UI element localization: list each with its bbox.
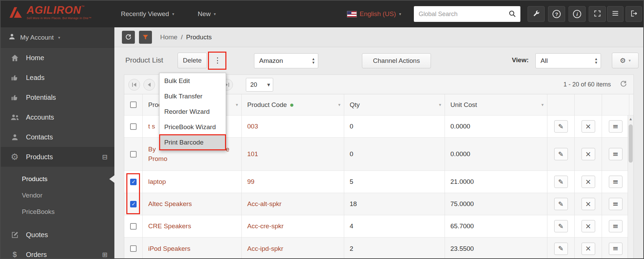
sidebar: My Account ▾ Home Leads Potentials Accou… (1, 27, 114, 258)
table-scrollbar[interactable]: ▲ (628, 115, 633, 259)
product-name-link[interactable]: t s (148, 122, 155, 131)
row-checkbox[interactable] (130, 201, 137, 207)
column-menu-icon[interactable]: ▾ (439, 103, 441, 107)
pencil-icon: ✎ (558, 245, 564, 252)
sidebar-item-home[interactable]: Home (1, 48, 114, 68)
sidebar-item-products[interactable]: ⚙ Products ⊟ (1, 147, 114, 167)
product-code-link[interactable]: Acc-ipd-spkr (247, 244, 283, 254)
edit-row-button[interactable]: ✎ (554, 120, 568, 133)
column-menu-icon[interactable]: ▾ (541, 103, 544, 107)
sidebar-item-accounts[interactable]: Accounts (1, 107, 114, 127)
scroll-up-icon[interactable]: ▲ (628, 115, 633, 122)
prev-page-button[interactable] (143, 79, 155, 91)
row-checkbox[interactable] (130, 151, 137, 158)
channel-select[interactable]: Amazon ▲▼ (254, 53, 318, 68)
logout-button[interactable] (626, 6, 642, 22)
new-dropdown[interactable]: New ▾ (198, 1, 216, 27)
fullscreen-button[interactable] (589, 6, 606, 22)
row-checkbox[interactable] (130, 223, 137, 230)
apps-menu-button[interactable] (607, 6, 624, 22)
my-account-menu[interactable]: My Account ▾ (1, 27, 114, 48)
sidebar-item-contacts[interactable]: Contacts (1, 127, 114, 147)
row-checkbox[interactable] (130, 123, 137, 130)
menu-item-bulk-edit[interactable]: Bulk Edit (159, 73, 226, 88)
delete-button[interactable]: Delete (178, 53, 207, 68)
product-name-link[interactable]: Altec Speakers (148, 199, 192, 209)
column-menu-icon[interactable]: ▾ (338, 103, 340, 107)
product-name-link[interactable]: laptop (148, 177, 166, 187)
edit-row-button[interactable]: ✎ (554, 148, 568, 160)
breadcrumb: Home / Products (160, 33, 212, 41)
row-menu-button[interactable]: ≡ (609, 148, 622, 160)
submenu-item-products[interactable]: Products (1, 171, 114, 187)
select-all-checkbox[interactable] (130, 101, 137, 108)
delete-row-button[interactable]: × (582, 176, 595, 188)
channel-actions-button[interactable]: Channel Actions (362, 53, 431, 68)
view-select[interactable]: All ▲▼ (535, 53, 601, 68)
edit-row-button[interactable]: ✎ (554, 243, 568, 255)
delete-row-button[interactable]: × (582, 243, 595, 255)
qty-value: 5 (350, 178, 353, 186)
filter-button[interactable] (139, 31, 152, 44)
row-checkbox[interactable] (130, 179, 137, 185)
tools-button[interactable] (528, 6, 545, 22)
edit-row-button[interactable]: ✎ (554, 198, 568, 210)
sidebar-item-orders[interactable]: $ Orders ⊞ (1, 245, 114, 259)
menu-item-reorder-wizard[interactable]: Reorder Wizard (159, 104, 226, 119)
column-header-qty[interactable]: Qty ▾ (344, 94, 445, 115)
search-input[interactable] (414, 6, 520, 22)
submenu-item-label: Products (22, 175, 47, 183)
column-header-unit-cost[interactable]: Unit Cost ▾ (445, 94, 547, 115)
row-menu-button[interactable]: ≡ (609, 176, 622, 188)
pager-refresh-button[interactable] (620, 80, 627, 89)
page-size-select[interactable]: 20 ▼ (246, 78, 273, 92)
menu-item-bulk-transfer[interactable]: Bulk Transfer (159, 88, 226, 104)
sidebar-item-leads[interactable]: Leads (1, 68, 114, 87)
user-icon (8, 33, 16, 42)
row-menu-button[interactable]: ≡ (609, 220, 622, 232)
question-icon: ? (552, 10, 561, 18)
expand-section-icon[interactable]: ⊞ (102, 251, 108, 258)
column-menu-icon[interactable]: ▾ (236, 103, 238, 107)
menu-item-pricebook-wizard[interactable]: PriceBook Wizard (159, 119, 226, 135)
product-code-link[interactable]: 101 (247, 149, 258, 159)
delete-row-button[interactable]: × (582, 120, 595, 133)
product-code-link[interactable]: Acc-alt-spkr (247, 199, 281, 209)
collapse-icon[interactable]: ⊟ (102, 154, 108, 160)
submenu-item-pricebooks[interactable]: PriceBooks (1, 204, 114, 220)
language-selector[interactable]: English (US) ▾ (347, 1, 401, 27)
row-menu-button[interactable]: ≡ (609, 243, 622, 255)
breadcrumb-bar: Home / Products (114, 27, 643, 47)
home-icon (10, 54, 20, 62)
delete-row-button[interactable]: × (582, 198, 595, 210)
info-button[interactable]: i (569, 6, 586, 22)
delete-row-button[interactable]: × (582, 148, 595, 160)
menu-item-print-barcode[interactable]: Print Barcode (159, 135, 226, 150)
edit-row-button[interactable]: ✎ (554, 176, 568, 188)
grid-settings-button[interactable]: ⚙ ▾ (612, 53, 639, 68)
row-menu-button[interactable]: ≡ (609, 198, 622, 210)
row-menu-button[interactable]: ≡ (609, 120, 622, 133)
product-name-link[interactable]: CRE Speakers (148, 221, 191, 231)
recently-viewed-dropdown[interactable]: Recently Viewed ▾ (121, 1, 174, 27)
submenu-item-vendor[interactable]: Vendor (1, 187, 114, 204)
sidebar-item-quotes[interactable]: Quotes (1, 225, 114, 245)
product-code-link[interactable]: Acc-cre-spkr (247, 221, 284, 231)
product-code-link[interactable]: 99 (247, 177, 254, 187)
search-icon[interactable] (508, 10, 516, 19)
column-header-product-code[interactable]: Product Code ● ▾ (242, 94, 344, 115)
logo-mark-icon (10, 6, 23, 18)
help-button[interactable]: ? (548, 6, 565, 22)
product-code-link[interactable]: 003 (247, 122, 258, 131)
product-name-link[interactable]: iPod Speakers (148, 244, 191, 254)
refresh-button[interactable] (122, 31, 135, 44)
more-actions-button[interactable]: ⋮ (211, 53, 224, 68)
scrollbar-thumb[interactable] (629, 124, 633, 163)
sidebar-item-potentials[interactable]: Potentials (1, 87, 114, 107)
submenu-item-label: PriceBooks (22, 208, 55, 216)
first-page-button[interactable] (128, 79, 140, 91)
delete-row-button[interactable]: × (582, 220, 595, 232)
edit-row-button[interactable]: ✎ (554, 220, 568, 232)
row-checkbox[interactable] (130, 245, 137, 252)
breadcrumb-home[interactable]: Home (160, 33, 178, 41)
